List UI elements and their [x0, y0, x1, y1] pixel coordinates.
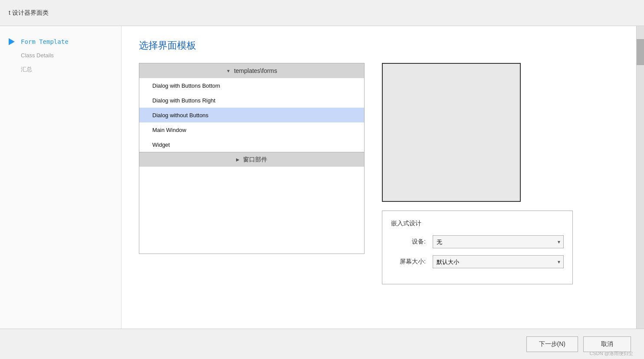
screen-size-row: 屏幕大小: 默认大小 ▼	[391, 255, 564, 268]
main-content: 选择界面模板 ▼ templates\forms Dialog with But…	[122, 26, 636, 329]
template-list-panel: ▼ templates\forms Dialog with Buttons Bo…	[139, 63, 365, 316]
tree-item-widget-label: Widget	[152, 142, 170, 148]
sidebar-item-summary[interactable]: 汇总	[0, 62, 121, 77]
tree-item-main-window-label: Main Window	[152, 127, 186, 133]
scrollbar-area[interactable]	[636, 26, 644, 329]
tree-item-widget[interactable]: Widget	[139, 137, 364, 152]
svg-marker-0	[9, 38, 15, 45]
tree-item-main-window[interactable]: Main Window	[139, 122, 364, 137]
tree-item-dialog-buttons-right-label: Dialog with Buttons Right	[152, 97, 215, 104]
screen-size-select[interactable]: 默认大小	[433, 255, 564, 268]
tree-item-dialog-no-buttons[interactable]: Dialog without Buttons	[139, 108, 364, 122]
tree-sub-header-widgets-label: 窗口部件	[243, 156, 267, 164]
tree-header-forms-label: templates\forms	[234, 67, 277, 74]
top-header: t 设计器界面类	[0, 0, 644, 26]
sidebar-item-form-template-label: Form Template	[21, 38, 69, 45]
expand-arrow-forms: ▼	[226, 69, 230, 73]
screen-size-label: 屏幕大小:	[391, 258, 426, 266]
tree-sub-header-window-widgets[interactable]: ▶ 窗口部件	[139, 152, 364, 167]
screen-size-select-wrapper: 默认大小 ▼	[433, 255, 564, 268]
watermark: CSDN @洛雨便归尘	[590, 350, 633, 357]
expand-arrow-widgets: ▶	[236, 157, 240, 162]
tree-item-dialog-buttons-right[interactable]: Dialog with Buttons Right	[139, 93, 364, 108]
main-container: Form Template Class Details 汇总 选择界面模板 ▼ …	[0, 26, 644, 329]
embedded-design-section: 嵌入式设计 设备: 无 ▼ 屏幕大小:	[382, 211, 573, 284]
right-panel: 嵌入式设计 设备: 无 ▼ 屏幕大小:	[382, 63, 619, 316]
embedded-design-title: 嵌入式设计	[391, 220, 564, 227]
content-area: ▼ templates\forms Dialog with Buttons Bo…	[139, 63, 619, 316]
footer: 下一步(N) 取消	[0, 329, 644, 359]
preview-box	[382, 63, 521, 202]
tree-header-forms[interactable]: ▼ templates\forms	[139, 63, 364, 78]
next-button[interactable]: 下一步(N)	[526, 336, 578, 352]
sidebar-item-summary-label: 汇总	[21, 66, 32, 73]
tree-view: ▼ templates\forms Dialog with Buttons Bo…	[139, 63, 365, 254]
cancel-button[interactable]: 取消	[583, 336, 631, 352]
device-select[interactable]: 无	[433, 235, 564, 248]
tree-item-dialog-buttons-bottom[interactable]: Dialog with Buttons Bottom	[139, 78, 364, 93]
arrow-right-icon	[9, 38, 17, 45]
sidebar-item-class-details-label: Class Details	[21, 52, 54, 59]
scrollbar-thumb[interactable]	[637, 39, 644, 65]
tree-item-dialog-no-buttons-label: Dialog without Buttons	[152, 112, 208, 119]
device-row: 设备: 无 ▼	[391, 235, 564, 248]
device-label: 设备:	[391, 238, 426, 246]
tree-item-dialog-buttons-bottom-label: Dialog with Buttons Bottom	[152, 82, 220, 89]
header-title: t 设计器界面类	[9, 9, 49, 17]
device-select-wrapper: 无 ▼	[433, 235, 564, 248]
page-title: 选择界面模板	[139, 39, 619, 52]
tree-empty-area	[139, 167, 364, 254]
sidebar-item-class-details[interactable]: Class Details	[0, 49, 121, 62]
sidebar-item-form-template[interactable]: Form Template	[0, 35, 121, 49]
sidebar: Form Template Class Details 汇总	[0, 26, 122, 329]
